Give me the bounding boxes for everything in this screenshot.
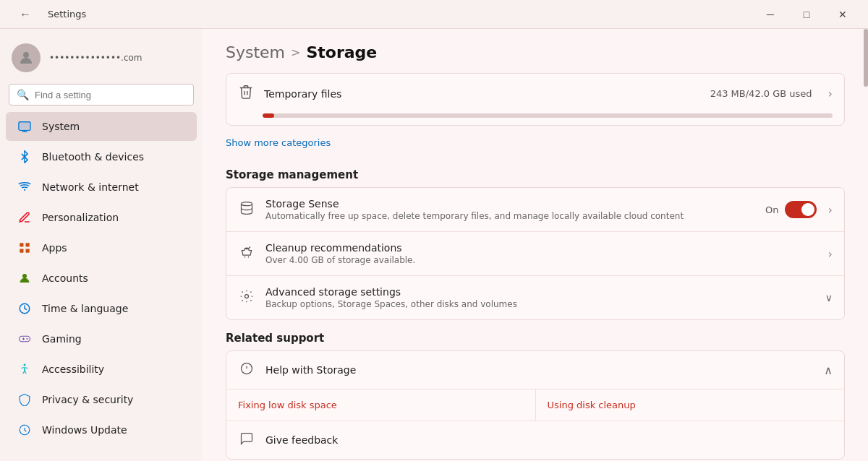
title-bar-left: ← Settings xyxy=(9,3,86,26)
storage-sense-title: Storage Sense xyxy=(265,198,755,210)
update-icon xyxy=(17,423,32,437)
help-storage-chevron-up: ∧ xyxy=(824,363,833,377)
fix-disk-space-link[interactable]: Fixing low disk space xyxy=(226,389,536,421)
temporary-files-row[interactable]: Temporary files 243 MB/42.0 GB used › xyxy=(226,74,844,113)
svg-rect-8 xyxy=(20,249,23,253)
back-button[interactable]: ← xyxy=(9,3,42,26)
cleanup-chevron: › xyxy=(828,247,833,261)
network-label: Network & internet xyxy=(42,181,139,193)
cleanup-icon xyxy=(238,245,255,262)
storage-sense-row[interactable]: Storage Sense Automatically free up spac… xyxy=(226,188,844,232)
svg-point-10 xyxy=(22,274,27,278)
help-storage-header[interactable]: Help with Storage ∧ xyxy=(226,351,844,389)
storage-sense-text: Storage Sense Automatically free up spac… xyxy=(265,198,755,221)
svg-rect-2 xyxy=(20,123,30,129)
temporary-files-usage: 243 MB/42.0 GB used xyxy=(710,88,812,99)
cleanup-title: Cleanup recommendations xyxy=(265,242,812,254)
nav-item-gaming[interactable]: Gaming xyxy=(6,324,197,353)
apps-label: Apps xyxy=(42,242,67,254)
svg-point-0 xyxy=(23,52,29,58)
storage-progress-wrap xyxy=(226,113,844,125)
cleanup-row[interactable]: Cleanup recommendations Over 4.00 GB of … xyxy=(226,232,844,276)
close-button[interactable]: ✕ xyxy=(826,3,859,26)
breadcrumb-parent: System xyxy=(226,43,285,61)
window-title: Settings xyxy=(48,9,86,20)
nav-item-bluetooth[interactable]: Bluetooth & devices xyxy=(6,142,197,171)
title-bar-controls: ─ □ ✕ xyxy=(754,3,859,26)
content-area: System > Storage xyxy=(203,29,868,461)
advanced-storage-subtitle: Backup options, Storage Spaces, other di… xyxy=(265,299,815,309)
update-label: Windows Update xyxy=(42,424,127,436)
scrollbar-track[interactable] xyxy=(864,29,868,461)
storage-management-heading: Storage management xyxy=(226,168,845,181)
disk-cleanup-link[interactable]: Using disk cleanup xyxy=(536,389,845,421)
svg-rect-7 xyxy=(26,243,30,246)
breadcrumb-separator: > xyxy=(291,46,300,59)
storage-sense-chevron: › xyxy=(828,203,833,217)
svg-rect-6 xyxy=(20,243,23,246)
privacy-label: Privacy & security xyxy=(42,394,133,405)
breadcrumb: System > Storage xyxy=(226,43,845,61)
storage-sense-controls: On › xyxy=(765,201,833,218)
scrollbar-thumb xyxy=(864,29,868,87)
trash-icon xyxy=(238,84,254,103)
temporary-files-card: Temporary files 243 MB/42.0 GB used › xyxy=(226,73,845,126)
give-feedback-row[interactable]: Give feedback xyxy=(226,421,844,459)
time-label: Time & language xyxy=(42,303,128,314)
search-box: 🔍 xyxy=(9,84,194,105)
personalization-label: Personalization xyxy=(42,212,119,223)
storage-sense-toggle-label: On xyxy=(765,204,778,215)
nav-item-privacy[interactable]: Privacy & security xyxy=(6,385,197,414)
gaming-icon xyxy=(17,332,32,346)
system-icon xyxy=(17,119,32,134)
advanced-storage-text: Advanced storage settings Backup options… xyxy=(265,286,815,309)
personalization-icon xyxy=(17,210,32,225)
privacy-icon xyxy=(17,392,32,407)
storage-sense-subtitle: Automatically free up space, delete temp… xyxy=(265,211,755,221)
nav-item-network[interactable]: Network & internet xyxy=(6,173,197,202)
toggle-knob xyxy=(801,203,814,216)
bluetooth-icon xyxy=(17,150,32,164)
advanced-storage-icon xyxy=(238,289,255,306)
time-icon xyxy=(17,301,32,316)
nav-item-personalization[interactable]: Personalization xyxy=(6,203,197,232)
nav-item-accounts[interactable]: Accounts xyxy=(6,264,197,293)
temporary-files-title: Temporary files xyxy=(264,88,700,100)
minimize-button[interactable]: ─ xyxy=(754,3,787,26)
network-icon xyxy=(17,180,32,194)
help-with-storage-card: Help with Storage ∧ Fixing low disk spac… xyxy=(226,350,845,460)
main-layout: ••••••••••••••.com 🔍 System Bluetooth & … xyxy=(0,29,868,461)
support-links: Fixing low disk space Using disk cleanup xyxy=(226,389,844,421)
nav-item-system[interactable]: System xyxy=(6,112,197,141)
svg-rect-9 xyxy=(26,249,30,253)
nav-item-apps[interactable]: Apps xyxy=(6,233,197,262)
feedback-icon xyxy=(238,431,255,449)
related-support-heading: Related support xyxy=(226,332,845,345)
maximize-button[interactable]: □ xyxy=(790,3,823,26)
advanced-storage-row[interactable]: Advanced storage settings Backup options… xyxy=(226,276,844,319)
help-storage-title: Help with Storage xyxy=(265,364,814,376)
svg-point-16 xyxy=(27,338,29,340)
show-more-categories[interactable]: Show more categories xyxy=(226,134,331,157)
search-input[interactable] xyxy=(35,90,186,100)
advanced-storage-chevron: ∨ xyxy=(825,292,833,303)
svg-point-5 xyxy=(24,189,25,191)
nav-item-update[interactable]: Windows Update xyxy=(6,415,197,444)
help-storage-icon xyxy=(238,361,255,379)
system-label: System xyxy=(42,121,80,132)
accessibility-label: Accessibility xyxy=(42,363,104,375)
storage-sense-icon xyxy=(238,201,255,218)
storage-progress-fill xyxy=(263,113,274,118)
svg-point-15 xyxy=(26,338,27,340)
storage-sense-toggle[interactable] xyxy=(785,201,817,218)
content-body: Temporary files 243 MB/42.0 GB used › Sh… xyxy=(203,73,868,461)
content-header: System > Storage xyxy=(203,29,868,73)
chevron-right-icon: › xyxy=(828,87,833,100)
svg-point-20 xyxy=(245,295,249,298)
sidebar: ••••••••••••••.com 🔍 System Bluetooth & … xyxy=(0,29,203,461)
bluetooth-label: Bluetooth & devices xyxy=(42,151,144,163)
title-bar: ← Settings ─ □ ✕ xyxy=(0,0,868,29)
nav-item-accessibility[interactable]: Accessibility xyxy=(6,355,197,384)
nav-item-time[interactable]: Time & language xyxy=(6,294,197,323)
storage-progress-bar xyxy=(263,113,833,118)
